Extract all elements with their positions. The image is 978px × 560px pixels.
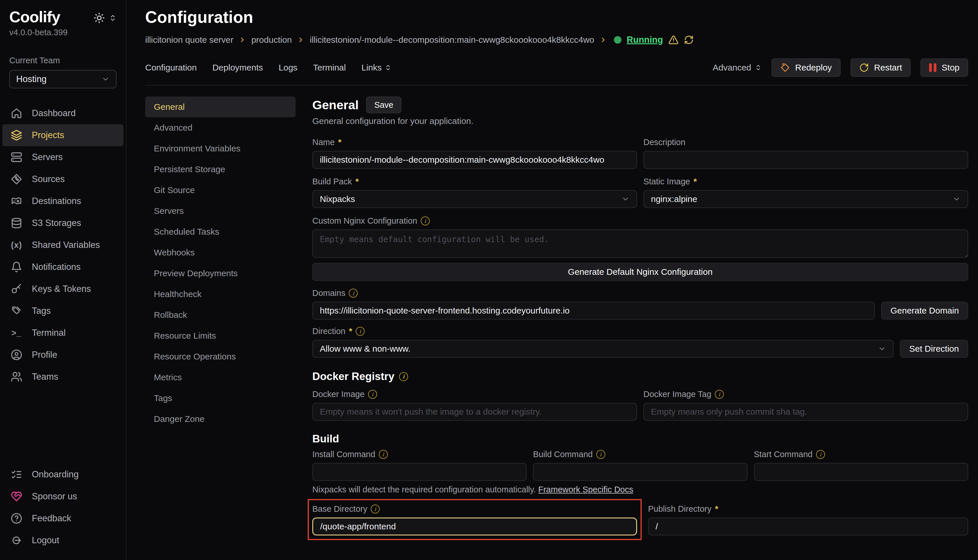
sidebar-item-label: Notifications [32, 262, 81, 272]
info-icon[interactable] [816, 450, 825, 459]
restart-button[interactable]: Restart [851, 58, 911, 77]
team-select[interactable]: Hosting [9, 70, 117, 88]
tab-deployments[interactable]: Deployments [212, 63, 263, 73]
sidebar-item-tags[interactable]: Tags [2, 300, 124, 322]
info-icon[interactable] [715, 390, 724, 399]
sidebar-item-label: Shared Variables [32, 240, 100, 250]
framework-docs-link[interactable]: Framework Specific Docs [538, 485, 633, 494]
docker-image-tag-label: Docker Image Tag [644, 389, 711, 399]
home-icon [10, 107, 23, 119]
description-input[interactable] [644, 151, 968, 169]
subnav-item-environment-variables[interactable]: Environment Variables [145, 138, 296, 159]
sidebar-item-sources[interactable]: Sources [2, 168, 124, 190]
docker-image-tag-input[interactable] [644, 403, 968, 421]
heart-handshake-icon [10, 490, 23, 502]
sidebar-item-sponsor[interactable]: Sponsor us [2, 485, 124, 507]
build-command-input[interactable] [533, 463, 747, 481]
save-button[interactable]: Save [366, 97, 401, 113]
docker-image-input[interactable] [312, 403, 637, 421]
redeploy-icon [780, 63, 790, 73]
tab-links[interactable]: Links [361, 63, 391, 73]
start-command-label: Start Command [754, 449, 812, 460]
breadcrumb: illicitonion quote server production ill… [145, 35, 968, 45]
sidebar-item-feedback[interactable]: Feedback [2, 507, 124, 529]
sidebar-item-projects[interactable]: Projects [2, 124, 124, 146]
set-direction-button[interactable]: Set Direction [900, 340, 968, 358]
start-command-input[interactable] [754, 463, 968, 481]
chevron-down-icon [102, 75, 110, 83]
generate-nginx-button[interactable]: Generate Default Nginx Configuration [312, 263, 968, 281]
sidebar-item-notifications[interactable]: Notifications [2, 256, 124, 278]
status-badge[interactable]: Running [627, 35, 663, 45]
subnav-item-preview-deployments[interactable]: Preview Deployments [145, 263, 296, 284]
chevron-right-icon [297, 36, 304, 43]
sidebar-item-s3-storages[interactable]: S3 Storages [2, 212, 124, 234]
sidebar-item-profile[interactable]: Profile [2, 344, 124, 366]
info-icon[interactable] [349, 289, 358, 298]
redeploy-button[interactable]: Redeploy [772, 58, 841, 77]
sidebar-item-servers[interactable]: Servers [2, 146, 124, 168]
sidebar-item-logout[interactable]: Logout [2, 529, 124, 551]
subnav-item-servers[interactable]: Servers [145, 200, 296, 221]
breadcrumb-project[interactable]: illicitonion quote server [145, 35, 233, 45]
subnav-item-healthcheck[interactable]: Healthcheck [145, 284, 296, 305]
subnav-item-git-source[interactable]: Git Source [145, 180, 296, 200]
restart-icon [859, 63, 869, 73]
subnav-item-tags[interactable]: Tags [145, 388, 296, 408]
advanced-dropdown[interactable]: Advanced [712, 63, 761, 73]
sidebar-item-destinations[interactable]: Destinations [2, 190, 124, 212]
custom-nginx-textarea[interactable] [312, 230, 968, 258]
chevron-down-icon [953, 195, 961, 203]
tab-terminal[interactable]: Terminal [313, 63, 346, 73]
info-icon[interactable] [356, 327, 364, 336]
breadcrumb-application[interactable]: illicitestonion/-module--decomposition:m… [310, 35, 594, 45]
sidebar-item-label: Tags [32, 306, 50, 316]
info-icon[interactable] [596, 450, 605, 459]
sidebar-item-label: Onboarding [32, 469, 79, 480]
info-icon[interactable] [368, 390, 377, 399]
subnav-item-scheduled-tasks[interactable]: Scheduled Tasks [145, 221, 296, 242]
sidebar-item-onboarding[interactable]: Onboarding [2, 463, 124, 485]
sidebar-item-terminal[interactable]: Terminal [2, 322, 124, 344]
chevron-right-icon [239, 36, 246, 43]
breadcrumb-environment[interactable]: production [251, 35, 292, 45]
direction-select[interactable]: Allow www & non-www. [312, 340, 894, 358]
install-command-input[interactable] [312, 463, 527, 481]
base-directory-input[interactable] [312, 518, 637, 535]
sidebar-item-dashboard[interactable]: Dashboard [2, 102, 124, 124]
sidebar-item-teams[interactable]: Teams [2, 366, 124, 388]
name-input[interactable] [312, 151, 637, 169]
sun-icon[interactable] [94, 12, 105, 24]
info-icon[interactable] [379, 450, 388, 459]
general-form: General Save General configuration for y… [312, 97, 968, 540]
stop-button[interactable]: Stop [920, 58, 968, 77]
subnav-item-rollback[interactable]: Rollback [145, 305, 296, 325]
refresh-icon[interactable] [684, 35, 694, 45]
subnav-item-resource-operations[interactable]: Resource Operations [145, 346, 296, 367]
chevrons-up-down-icon[interactable] [109, 14, 117, 22]
info-icon[interactable] [371, 505, 379, 513]
subnav-item-persistent-storage[interactable]: Persistent Storage [145, 159, 296, 180]
generate-domain-button[interactable]: Generate Domain [881, 302, 968, 320]
info-icon[interactable] [399, 372, 408, 381]
subnav-item-general[interactable]: General [145, 97, 296, 117]
domains-label: Domains [312, 288, 345, 298]
info-icon[interactable] [421, 217, 430, 225]
tab-configuration[interactable]: Configuration [145, 63, 197, 73]
sidebar-item-keys-tokens[interactable]: Keys & Tokens [2, 278, 124, 300]
sidebar-item-label: Destinations [32, 196, 81, 206]
warning-icon[interactable] [668, 35, 679, 45]
subnav-item-danger-zone[interactable]: Danger Zone [145, 408, 296, 429]
build-pack-select[interactable]: Nixpacks [312, 190, 637, 208]
subnav-item-metrics[interactable]: Metrics [145, 367, 296, 388]
nixpacks-note-text: Nixpacks will detect the required config… [312, 485, 536, 494]
subnav-item-advanced[interactable]: Advanced [145, 117, 296, 138]
subnav-item-resource-limits[interactable]: Resource Limits [145, 325, 296, 346]
static-image-select[interactable]: nginx:alpine [644, 190, 968, 208]
tab-logs[interactable]: Logs [279, 63, 298, 73]
domains-input[interactable] [312, 302, 875, 320]
subnav-item-webhooks[interactable]: Webhooks [145, 242, 296, 263]
sidebar-item-shared-variables[interactable]: Shared Variables [2, 234, 124, 256]
publish-directory-input[interactable] [648, 518, 968, 535]
custom-nginx-label: Custom Nginx Configuration [312, 215, 417, 226]
